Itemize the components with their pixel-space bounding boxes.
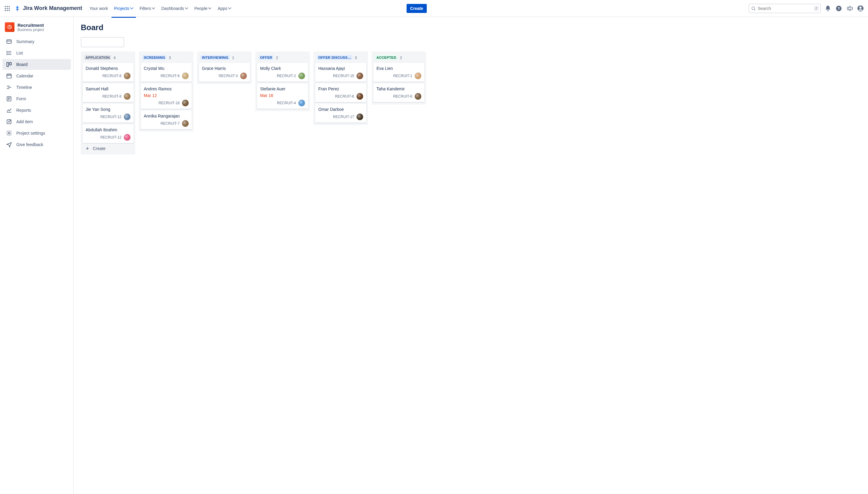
nav-item-dashboards[interactable]: Dashboards	[159, 4, 191, 13]
sidebar-item-reports[interactable]: Reports	[2, 105, 71, 116]
board-search-input[interactable]	[86, 40, 136, 44]
assignee-avatar[interactable]	[182, 73, 189, 79]
sidebar-item-label: Project settings	[16, 131, 45, 136]
column-title[interactable]: OFFER DISCUSS…	[317, 55, 352, 60]
svg-point-4	[7, 8, 8, 9]
sidebar-item-give-feedback[interactable]: Give feedback	[2, 139, 71, 150]
card-key: RECRUIT-7	[161, 121, 180, 126]
column-title[interactable]: SCREENING	[143, 55, 166, 60]
profile-avatar[interactable]	[856, 4, 864, 12]
sidebar-item-calendar[interactable]: Calendar	[2, 71, 71, 81]
card-key: RECRUIT-6	[393, 94, 412, 98]
nav-item-filters[interactable]: Filters	[137, 4, 158, 13]
sidebar-item-label: Board	[16, 62, 27, 67]
assignee-avatar[interactable]	[415, 93, 421, 100]
assignee-avatar[interactable]	[124, 93, 130, 100]
sidebar-item-add-item[interactable]: Add item	[2, 116, 71, 127]
svg-point-41	[8, 133, 10, 134]
board-card[interactable]: Jie Yan SongRECRUIT-12	[82, 104, 133, 122]
assignee-avatar[interactable]	[356, 73, 363, 79]
assignee-avatar[interactable]	[124, 134, 130, 141]
assignee-avatar[interactable]	[124, 73, 130, 79]
sidebar-item-summary[interactable]: Summary	[2, 36, 71, 47]
column-title[interactable]: OFFER	[259, 55, 273, 60]
svg-line-10	[754, 10, 755, 10]
board-icon	[6, 61, 12, 68]
assignee-avatar[interactable]	[356, 93, 363, 100]
board-card[interactable]: Eva LienRECRUIT-1	[373, 63, 424, 82]
board-card[interactable]: Fran PerezRECRUIT-6	[315, 83, 366, 102]
assignee-avatar[interactable]	[298, 73, 305, 79]
timeline-icon	[6, 84, 12, 90]
sidebar-item-label: Give feedback	[16, 142, 43, 147]
app-name: Jira Work Management	[23, 5, 82, 12]
sidebar-item-label: List	[16, 51, 23, 55]
sidebar-item-list[interactable]: List	[2, 48, 71, 58]
board-card[interactable]: Molly ClarkRECRUIT-2	[257, 63, 308, 82]
board-card[interactable]: Annika RangarajanRECRUIT-7	[141, 111, 192, 129]
board-card[interactable]: Omar DarboeRECRUIT-17	[315, 104, 366, 122]
nav-item-apps[interactable]: Apps	[215, 4, 234, 13]
board-card[interactable]: Grace HarrisRECRUIT-3	[199, 63, 250, 82]
card-key: RECRUIT-12	[100, 115, 122, 119]
assignee-avatar[interactable]	[415, 73, 421, 79]
sidebar-item-board[interactable]: Board	[2, 59, 71, 70]
assignee-avatar[interactable]	[240, 73, 247, 79]
create-button[interactable]: Create	[407, 4, 427, 13]
board-card[interactable]: Andres RamosMar 12RECRUIT-18	[141, 83, 192, 109]
sidebar-item-project-settings[interactable]: Project settings	[2, 128, 71, 138]
sidebar-item-timeline[interactable]: Timeline	[2, 82, 71, 93]
project-icon	[5, 22, 15, 32]
board-card[interactable]: Abdullah IbrahimRECRUIT-12	[82, 125, 133, 143]
settings-icon	[6, 130, 12, 136]
app-switcher-icon[interactable]	[4, 5, 11, 12]
settings-icon[interactable]	[846, 4, 853, 12]
column-title[interactable]: INTERVIEWING	[201, 55, 230, 60]
board-column: INTERVIEWING1Grace HarrisRECRUIT-3	[197, 52, 252, 84]
svg-point-3	[5, 8, 6, 9]
column-title[interactable]: APPLICATION	[85, 55, 111, 60]
chevron-down-icon	[228, 7, 232, 10]
svg-point-2	[9, 6, 10, 7]
board-card[interactable]: Donald StephensRECRUIT-8	[82, 63, 133, 82]
nav-item-projects[interactable]: Projects	[112, 4, 136, 13]
add-item-icon	[6, 119, 12, 125]
board-card[interactable]: Crystal WuRECRUIT-6	[141, 63, 192, 82]
create-card-button[interactable]: Create	[82, 143, 133, 152]
assignee-avatar[interactable]	[124, 114, 130, 120]
jira-logo[interactable]: Jira Work Management	[15, 5, 82, 12]
assignee-avatar[interactable]	[356, 114, 363, 120]
board-card[interactable]: Stefanie AuerMar 16RECRUIT-4	[257, 83, 308, 109]
svg-point-21	[7, 51, 7, 52]
nav-item-label: Your work	[90, 6, 108, 11]
card-icon	[6, 39, 12, 44]
sidebar-item-form[interactable]: Form	[2, 93, 71, 104]
board-card[interactable]: Taha KandemirRECRUIT-6	[373, 83, 424, 102]
global-search[interactable]: /	[749, 4, 821, 13]
board-column: APPLICATION4Donald StephensRECRUIT-8Samu…	[81, 52, 135, 154]
card-title: Molly Clark	[260, 66, 305, 71]
card-due-date: Mar 16	[260, 93, 305, 98]
chevron-down-icon	[152, 7, 155, 10]
notifications-icon[interactable]	[824, 4, 832, 12]
help-icon[interactable]: ?	[835, 4, 843, 12]
card-key: RECRUIT-17	[333, 115, 354, 119]
card-title: Andres Ramos	[144, 87, 189, 91]
board-search[interactable]	[81, 37, 124, 47]
form-icon	[6, 96, 12, 102]
assignee-avatar[interactable]	[182, 100, 189, 106]
board-card[interactable]: Samuel HallRECRUIT-8	[82, 83, 133, 102]
assignee-avatar[interactable]	[298, 100, 305, 106]
board-column: OFFER2Molly ClarkRECRUIT-2Stefanie AuerM…	[255, 52, 310, 111]
nav-item-people[interactable]: People	[192, 4, 214, 13]
column-title[interactable]: ACCEPTED	[375, 55, 398, 60]
search-input[interactable]	[758, 6, 812, 11]
svg-point-6	[5, 10, 6, 11]
card-key: RECRUIT-15	[333, 74, 354, 78]
card-title: Taha Kandemir	[376, 87, 421, 91]
board-card[interactable]: Hassana AjayiRECRUIT-15	[315, 63, 366, 82]
plus-icon	[85, 146, 90, 151]
assignee-avatar[interactable]	[182, 120, 189, 127]
project-header[interactable]: Recruitment Business project	[2, 21, 71, 36]
nav-item-your-work[interactable]: Your work	[87, 4, 111, 13]
